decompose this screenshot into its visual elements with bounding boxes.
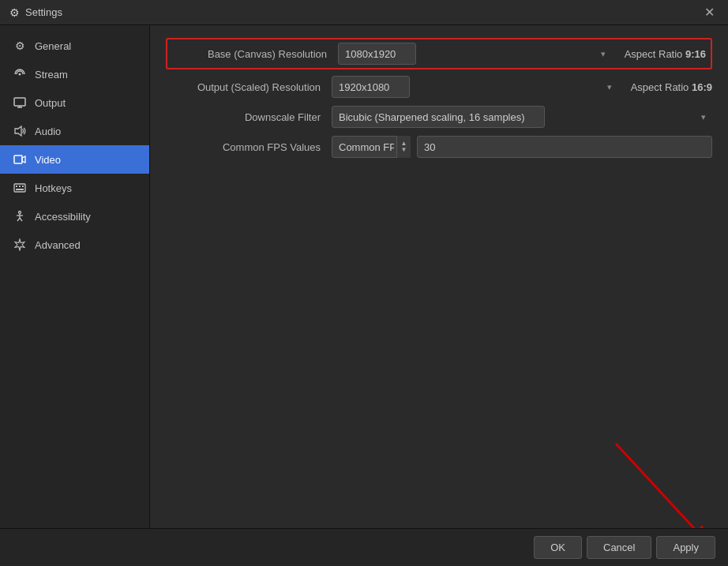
sidebar-label-video: Video xyxy=(35,154,61,166)
output-aspect-ratio-label: Aspect Ratio 16:9 xyxy=(625,81,712,93)
content-area: Base (Canvas) Resolution 1080x1920 1920x… xyxy=(150,25,728,528)
svg-rect-7 xyxy=(14,184,25,192)
fps-value-wrapper: 30 24 25 48 60 120 xyxy=(417,136,712,158)
sidebar-item-audio[interactable]: Audio xyxy=(0,117,149,145)
sidebar-label-stream: Stream xyxy=(35,69,68,81)
base-resolution-row: Base (Canvas) Resolution 1080x1920 1920x… xyxy=(166,38,712,69)
output-icon xyxy=(13,96,27,110)
svg-rect-11 xyxy=(16,189,24,190)
sidebar-label-output: Output xyxy=(35,97,66,109)
sidebar-label-general: General xyxy=(35,40,71,52)
base-resolution-control: 1080x1920 1920x1080 1280x720 3840x2160 A… xyxy=(338,43,706,65)
sidebar-label-hotkeys: Hotkeys xyxy=(35,182,72,194)
svg-marker-4 xyxy=(15,126,21,136)
ok-button[interactable]: OK xyxy=(534,536,582,559)
downscale-filter-row: Downscale Filter Bicubic (Sharpened scal… xyxy=(166,104,712,129)
downscale-filter-control: Bicubic (Sharpened scaling, 16 samples) … xyxy=(332,106,712,128)
svg-rect-9 xyxy=(19,186,21,187)
base-aspect-ratio-value: 9:16 xyxy=(685,48,706,60)
svg-rect-10 xyxy=(22,186,24,187)
general-icon: ⚙ xyxy=(13,39,27,53)
sidebar-item-general[interactable]: ⚙ General xyxy=(0,32,149,60)
output-resolution-row: Output (Scaled) Resolution 1920x1080 128… xyxy=(166,74,712,99)
fps-label: Common FPS Values xyxy=(166,141,332,153)
sidebar-item-video[interactable]: Video xyxy=(0,145,149,174)
fps-type-wrapper: Common FPS Values Integer FPS Value Frac… xyxy=(332,136,411,158)
svg-rect-8 xyxy=(16,186,17,187)
output-aspect-ratio-value: 16:9 xyxy=(692,81,712,93)
svg-marker-6 xyxy=(22,156,25,163)
downscale-filter-label: Downscale Filter xyxy=(166,111,332,123)
downscale-filter-select[interactable]: Bicubic (Sharpened scaling, 16 samples) … xyxy=(332,106,545,128)
title-bar: ⚙ Settings ✕ xyxy=(0,0,728,25)
video-icon xyxy=(13,152,27,167)
sidebar-item-advanced[interactable]: Advanced xyxy=(0,231,149,259)
sidebar: ⚙ General Stream Outpu xyxy=(0,25,150,528)
app-icon: ⚙ xyxy=(8,6,21,19)
settings-rows: Base (Canvas) Resolution 1080x1920 1920x… xyxy=(166,38,712,159)
svg-line-18 xyxy=(616,444,711,528)
output-resolution-label: Output (Scaled) Resolution xyxy=(166,81,332,93)
downscale-filter-select-wrapper: Bicubic (Sharpened scaling, 16 samples) … xyxy=(332,106,712,128)
output-resolution-control: 1920x1080 1280x720 1080x1920 3840x2160 A… xyxy=(332,76,712,98)
output-resolution-select[interactable]: 1920x1080 1280x720 1080x1920 3840x2160 xyxy=(332,76,410,98)
advanced-icon xyxy=(13,238,27,252)
fps-row: Common FPS Values Common FPS Values Inte… xyxy=(166,134,712,159)
sidebar-label-audio: Audio xyxy=(35,126,61,137)
accessibility-icon xyxy=(13,209,27,223)
fps-value-select[interactable]: 30 24 25 48 60 120 xyxy=(417,136,712,158)
stream-icon xyxy=(13,67,27,81)
fps-type-select[interactable]: Common FPS Values Integer FPS Value Frac… xyxy=(332,136,411,158)
main-container: ⚙ General Stream Outpu xyxy=(0,25,728,528)
base-resolution-label: Base (Canvas) Resolution xyxy=(172,48,338,60)
svg-line-16 xyxy=(20,218,22,221)
close-button[interactable]: ✕ xyxy=(698,2,720,24)
sidebar-item-output[interactable]: Output xyxy=(0,88,149,117)
fps-control: Common FPS Values Integer FPS Value Frac… xyxy=(332,136,712,158)
svg-rect-1 xyxy=(14,98,25,106)
svg-point-12 xyxy=(19,212,21,214)
sidebar-label-advanced: Advanced xyxy=(35,239,81,251)
hotkeys-icon xyxy=(13,181,27,195)
base-resolution-select[interactable]: 1080x1920 1920x1080 1280x720 3840x2160 xyxy=(338,43,416,65)
svg-line-15 xyxy=(17,218,20,221)
window-title: Settings xyxy=(25,6,698,18)
sidebar-item-accessibility[interactable]: Accessibility xyxy=(0,202,149,231)
svg-point-0 xyxy=(19,73,21,76)
base-aspect-ratio-label: Aspect Ratio 9:16 xyxy=(618,48,706,60)
audio-icon xyxy=(13,124,27,138)
sidebar-label-accessibility: Accessibility xyxy=(35,211,91,223)
sidebar-item-stream[interactable]: Stream xyxy=(0,60,149,88)
svg-rect-5 xyxy=(14,156,22,163)
sidebar-item-hotkeys[interactable]: Hotkeys xyxy=(0,174,149,202)
output-resolution-select-wrapper: 1920x1080 1280x720 1080x1920 3840x2160 xyxy=(332,76,618,98)
base-resolution-select-wrapper: 1080x1920 1920x1080 1280x720 3840x2160 xyxy=(338,43,612,65)
bottom-bar: OK Cancel Apply xyxy=(0,528,728,566)
apply-button[interactable]: Apply xyxy=(656,536,715,559)
cancel-button[interactable]: Cancel xyxy=(587,536,651,559)
